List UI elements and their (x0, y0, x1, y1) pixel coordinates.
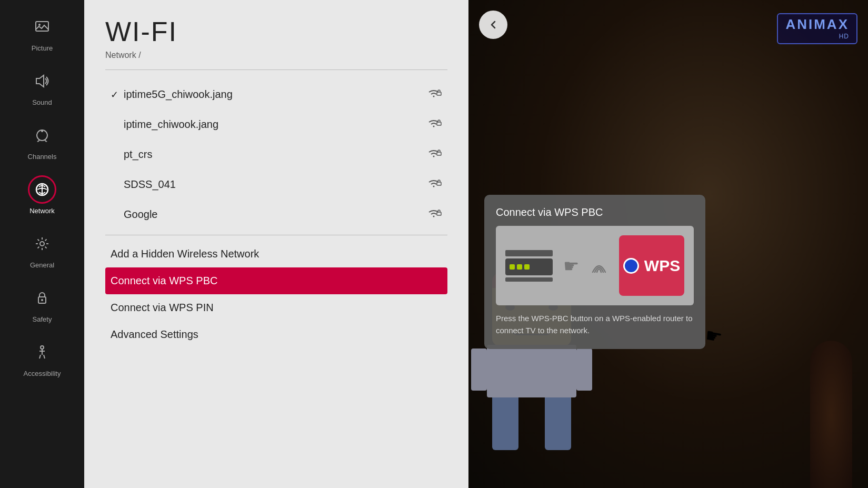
advanced-settings-button[interactable]: Advanced Settings (105, 321, 447, 348)
animax-hd: HD (785, 33, 849, 40)
router-illustration (505, 250, 553, 282)
router-light-3 (524, 264, 530, 270)
wps-dialog-title: Connect via WPS PBC (496, 206, 694, 218)
sidebar-item-network[interactable]: Network (0, 168, 84, 222)
wps-label: WPS (644, 257, 680, 275)
svg-rect-11 (437, 92, 441, 95)
divider-middle (105, 235, 447, 235)
network-item-left-3: ✓ SDSS_041 (111, 178, 176, 191)
back-button[interactable] (479, 11, 507, 39)
svg-rect-12 (437, 122, 441, 125)
wifi-lock-icon-3 (425, 177, 442, 192)
lego-arm-left (471, 348, 487, 391)
wps-dot-icon (623, 258, 639, 274)
sidebar-item-label-channels: Channels (28, 153, 57, 161)
sidebar-item-safety[interactable]: Safety (0, 276, 84, 331)
svg-point-1 (38, 24, 41, 26)
connect-wps-pbc-button[interactable]: Connect via WPS PBC (105, 267, 447, 294)
wifi-lock-icon-1 (425, 117, 442, 132)
lego-body (487, 345, 576, 397)
network-item-1[interactable]: ✓ iptime_chiwook.jang (105, 109, 447, 140)
network-name-3: SDSS_041 (124, 178, 176, 191)
network-item-0[interactable]: ✓ iptime5G_chiwook.jang (105, 79, 447, 109)
network-item-left-1: ✓ iptime_chiwook.jang (111, 118, 218, 131)
sidebar-item-accessibility[interactable]: Accessibility (0, 331, 84, 385)
add-hidden-network[interactable]: Add a Hidden Wireless Network (105, 241, 447, 267)
router-light-1 (510, 264, 515, 270)
network-item-2[interactable]: ✓ pt_crs (105, 140, 447, 170)
sidebar-item-label-sound: Sound (32, 98, 52, 106)
wps-tv-screen: WPS (619, 235, 684, 296)
lego-leg-right (545, 397, 571, 450)
lego-arm-right (576, 348, 592, 391)
svg-rect-0 (36, 22, 48, 31)
network-name-2: pt_crs (124, 148, 152, 161)
page-title: WI-FI (105, 16, 447, 47)
main-panel: WI-FI Network / ✓ iptime5G_chiwook.jang … (84, 0, 468, 488)
sidebar-item-sound[interactable]: Sound (0, 59, 84, 114)
svg-point-10 (41, 346, 44, 349)
svg-rect-15 (437, 212, 441, 215)
wps-description: Press the WPS-PBC button on a WPS-enable… (496, 313, 694, 336)
connected-checkmark: ✓ (111, 89, 118, 101)
breadcrumb: Network / (105, 51, 447, 60)
sidebar-item-label-accessibility: Accessibility (24, 370, 61, 377)
wifi-lock-icon-2 (425, 147, 442, 162)
connect-wps-pbc-label: Connect via WPS PBC (111, 275, 217, 286)
animax-name: ANIMAX (785, 16, 849, 33)
sidebar-item-label-network: Network (29, 207, 55, 215)
wifi-waves-icon: ☛ (563, 255, 579, 276)
tv-panel: ANIMAX HD (468, 0, 868, 488)
network-name-1: iptime_chiwook.jang (124, 118, 218, 131)
svg-marker-2 (36, 75, 44, 87)
advanced-settings-label: Advanced Settings (111, 328, 198, 340)
sidebar-item-label-picture: Picture (32, 44, 53, 52)
lego-leg-left (492, 397, 518, 450)
wps-image-box: ☛ WPS (496, 226, 694, 305)
safety-icon (28, 284, 56, 312)
network-icon (28, 175, 56, 204)
sidebar-item-label-general: General (30, 261, 54, 269)
general-icon (28, 230, 56, 258)
wps-dialog: Connect via WPS PBC ☛ (484, 195, 705, 349)
network-item-left-4: ✓ Google (111, 208, 158, 221)
svg-point-4 (41, 130, 43, 132)
picture-icon (28, 13, 56, 41)
sidebar-item-picture[interactable]: Picture (0, 5, 84, 59)
network-list: ✓ iptime5G_chiwook.jang ✓ iptime_chiwook… (105, 79, 447, 230)
sidebar-item-channels[interactable]: Channels (0, 114, 84, 168)
wifi-lock-icon-4 (425, 207, 442, 222)
network-item-4[interactable]: ✓ Google (105, 200, 447, 230)
router-top (505, 250, 553, 256)
channels-icon (28, 121, 56, 150)
dark-object-right (810, 341, 852, 488)
sidebar-item-general[interactable]: General (0, 222, 84, 276)
svg-point-9 (41, 299, 43, 301)
network-name-4: Google (124, 208, 158, 221)
network-item-left-0: ✓ iptime5G_chiwook.jang (111, 88, 233, 101)
svg-rect-13 (437, 152, 441, 155)
router-body (505, 258, 553, 275)
svg-rect-14 (437, 182, 441, 185)
divider-top (105, 69, 447, 70)
connect-wps-pin-button[interactable]: Connect via WPS PIN (105, 294, 447, 321)
tv-background: ANIMAX HD (468, 0, 868, 488)
animax-logo: ANIMAX HD (777, 13, 857, 44)
router-base (505, 277, 553, 282)
network-item-3[interactable]: ✓ SDSS_041 (105, 170, 447, 200)
add-hidden-label: Add a Hidden Wireless Network (111, 248, 259, 260)
network-name-0: iptime5G_chiwook.jang (124, 88, 233, 101)
wifi-waves-lines (590, 256, 608, 275)
sidebar: Picture Sound Channels (0, 0, 84, 488)
cursor-hand: ☛ (704, 324, 724, 349)
svg-point-7 (40, 242, 44, 246)
accessibility-icon (28, 338, 56, 366)
router-light-2 (517, 264, 522, 270)
sidebar-item-label-safety: Safety (33, 315, 52, 323)
network-item-left-2: ✓ pt_crs (111, 148, 152, 161)
animax-logo-container: ANIMAX HD (777, 13, 857, 44)
sound-icon (28, 67, 56, 95)
connect-wps-pin-label: Connect via WPS PIN (111, 302, 214, 313)
wifi-lock-icon-0 (425, 87, 442, 102)
